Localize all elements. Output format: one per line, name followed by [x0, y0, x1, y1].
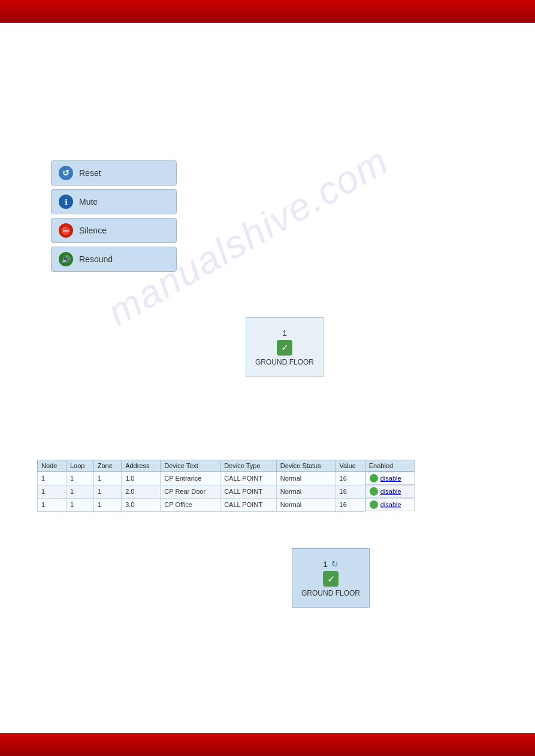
cell-node: 1	[38, 485, 67, 498]
col-device-status: Device Status	[276, 460, 335, 472]
silence-label: Silence	[79, 226, 107, 235]
disable-link[interactable]: disable	[380, 488, 401, 495]
resound-label: Resound	[79, 254, 113, 264]
cell-enabled: disable	[365, 498, 415, 511]
zone-card-2-label: GROUND FLOOR	[301, 589, 360, 597]
cell-device-text: CP Rear Door	[161, 485, 220, 498]
main-content: manualshive.com ↺ Reset ℹ Mute ⛔ Silence…	[0, 23, 535, 733]
cell-zone: 1	[93, 498, 121, 511]
col-enabled: Enabled	[365, 460, 414, 472]
silence-icon: ⛔	[59, 223, 73, 238]
zone-card-1[interactable]: 1 ✓ GROUND FLOOR	[246, 317, 324, 377]
zone-card-2-header: 1 ↻	[323, 559, 338, 569]
resound-button[interactable]: 🔊 Resound	[51, 247, 177, 272]
cell-zone: 1	[93, 472, 121, 485]
cell-node: 1	[38, 498, 67, 511]
cell-device-type: CALL POINT	[220, 472, 277, 485]
cell-zone: 1	[93, 485, 121, 498]
col-address: Address	[122, 460, 161, 472]
zone-card-1-number: 1	[282, 329, 286, 338]
reset-label: Reset	[79, 168, 101, 178]
table-row: 1111.0CP EntranceCALL POINTNormal16disab…	[38, 472, 415, 485]
cell-device-type: CALL POINT	[220, 485, 277, 498]
cell-enabled: disable	[365, 485, 415, 498]
cell-value: 16	[335, 472, 365, 485]
cell-address: 1.0	[122, 472, 161, 485]
table-row: 1112.0CP Rear DoorCALL POINTNormal16disa…	[38, 485, 415, 498]
reset-icon: ↺	[59, 166, 73, 180]
cell-value: 16	[335, 485, 365, 498]
col-device-text: Device Text	[161, 460, 220, 472]
cell-address: 3.0	[122, 498, 161, 511]
zone-card-1-check-icon: ✓	[277, 340, 292, 356]
cell-value: 16	[335, 498, 365, 511]
cell-loop: 1	[66, 498, 93, 511]
resound-icon: 🔊	[59, 252, 73, 266]
cell-device-type: CALL POINT	[220, 498, 277, 511]
top-bar	[0, 0, 535, 23]
cell-enabled: disable	[365, 472, 415, 485]
cell-loop: 1	[66, 485, 93, 498]
mute-label: Mute	[79, 197, 98, 207]
device-table-wrapper: Node Loop Zone Address Device Text Devic…	[37, 460, 415, 512]
zone-card-2[interactable]: 1 ↻ ✓ GROUND FLOOR	[292, 548, 370, 608]
zone-card-1-label: GROUND FLOOR	[255, 358, 314, 366]
table-row: 1113.0CP OfficeCALL POINTNormal16disable	[38, 498, 415, 511]
zone-card-2-check-icon: ✓	[323, 571, 338, 587]
disable-link[interactable]: disable	[380, 475, 401, 482]
col-device-type: Device Type	[220, 460, 277, 472]
col-zone: Zone	[93, 460, 121, 472]
col-node: Node	[38, 460, 67, 472]
cell-device-text: CP Office	[161, 498, 220, 511]
enabled-dot-icon	[370, 500, 378, 509]
cell-device-text: CP Entrance	[161, 472, 220, 485]
bottom-bar	[0, 733, 535, 756]
cell-device-status: Normal	[276, 498, 335, 511]
col-value: Value	[335, 460, 365, 472]
enabled-dot-icon	[370, 487, 378, 496]
reset-button[interactable]: ↺ Reset	[51, 160, 177, 186]
zone-card-2-number: 1	[323, 560, 327, 569]
mute-button[interactable]: ℹ Mute	[51, 189, 177, 214]
silence-button[interactable]: ⛔ Silence	[51, 218, 177, 243]
enabled-dot-icon	[370, 474, 378, 482]
cell-device-status: Normal	[276, 485, 335, 498]
cell-device-status: Normal	[276, 472, 335, 485]
col-loop: Loop	[66, 460, 93, 472]
cell-address: 2.0	[122, 485, 161, 498]
disable-link[interactable]: disable	[380, 501, 401, 508]
cell-node: 1	[38, 472, 67, 485]
control-buttons-panel: ↺ Reset ℹ Mute ⛔ Silence 🔊 Resound	[51, 160, 177, 272]
refresh-icon: ↻	[331, 559, 338, 569]
cell-loop: 1	[66, 472, 93, 485]
mute-icon: ℹ	[59, 195, 73, 209]
device-table: Node Loop Zone Address Device Text Devic…	[37, 460, 415, 512]
